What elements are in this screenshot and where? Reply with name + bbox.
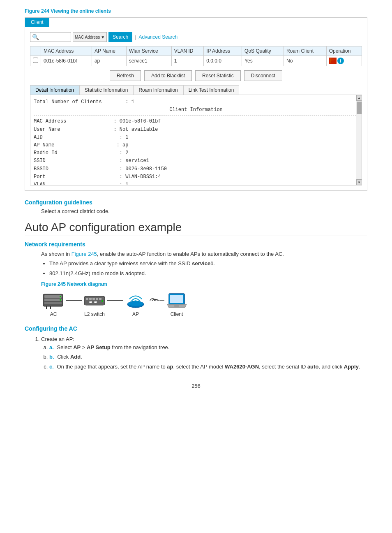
- config-guidelines-title: Configuration guidelines: [25, 199, 367, 206]
- device-ac-label: AC: [50, 311, 57, 317]
- figure244-caption: Figure 244 Viewing the online clients: [25, 8, 367, 14]
- separator: [34, 116, 358, 116]
- magnifier-icon: 🔍: [32, 34, 39, 40]
- network-diagram: AC ⇄ ⇄: [41, 291, 367, 317]
- figure245-caption: Figure 245 Network diagram: [41, 281, 367, 287]
- ac-icon: [41, 291, 66, 310]
- client-icon: [164, 291, 189, 310]
- svg-rect-4: [44, 295, 62, 298]
- total-clients-line: Total Number of Clients : 1: [34, 98, 358, 106]
- add-to-blacklist-button[interactable]: Add to Blacklist: [144, 70, 192, 81]
- col-ap-name: AP Name: [92, 46, 126, 56]
- scroll-up-arrow[interactable]: ▲: [356, 95, 362, 101]
- device-l2-switch-label: L2 switch: [84, 311, 105, 317]
- flag-icon[interactable]: [329, 58, 337, 64]
- substep-c-label: c.: [49, 364, 54, 370]
- search-button[interactable]: Search: [108, 32, 132, 42]
- field-aid: AID : 1: [34, 134, 358, 141]
- info-icon[interactable]: i: [337, 58, 344, 64]
- col-wlan-service: Wlan Service: [127, 46, 172, 56]
- step-1-text: Create an AP:: [41, 336, 74, 342]
- row-wlan-service: service1: [127, 56, 172, 66]
- section-heading: Auto AP configuration example: [25, 221, 367, 236]
- svg-rect-15: [96, 298, 98, 300]
- tab-roam-information[interactable]: Roam Information: [133, 85, 183, 95]
- search-input-box[interactable]: 🔍: [30, 32, 71, 42]
- step-1-substeps: a. Select AP > AP Setup from the navigat…: [49, 343, 367, 371]
- reset-statistic-button[interactable]: Reset Statistic: [195, 70, 241, 81]
- svg-rect-25: [174, 305, 179, 307]
- field-ssid: SSID : service1: [34, 157, 358, 165]
- svg-point-7: [60, 296, 61, 297]
- row-qos-quality: Yes: [242, 56, 284, 66]
- client-info-title: Client Information: [34, 106, 358, 114]
- divider: |: [135, 34, 136, 40]
- row-ap-name: ap: [92, 56, 126, 66]
- substep-a-label: a.: [49, 344, 54, 350]
- svg-rect-14: [92, 298, 95, 300]
- tab-detail-information[interactable]: Detail Information: [30, 85, 79, 95]
- row-ip-address: 0.0.0.0: [204, 56, 242, 66]
- client-tab[interactable]: Client: [25, 18, 49, 27]
- svg-text:⇄: ⇄: [89, 300, 92, 304]
- info-tabs: Detail Information Statistic Information…: [30, 85, 362, 95]
- figure245-link[interactable]: Figure 245: [71, 251, 97, 257]
- col-qos-quality: QoS Quality: [242, 46, 284, 56]
- field-mac-address: MAC Address : 001e-58f6-01bf: [34, 118, 358, 125]
- mac-address-dropdown[interactable]: MAC Address ▼: [73, 32, 107, 42]
- field-radio-id: Radio Id : 2: [34, 149, 358, 157]
- configuring-ac-steps: Create an AP: a. Select AP > AP Setup fr…: [41, 335, 367, 371]
- ap-icon: [123, 291, 148, 310]
- client-panel: Client 🔍 MAC Address ▼ Search | Advanced…: [25, 17, 367, 191]
- network-requirements-title: Network requirements: [25, 241, 367, 248]
- config-guidelines-text: Select a correct district code.: [41, 208, 367, 214]
- page-number: 256: [25, 383, 367, 389]
- action-buttons-row: Refresh Add to Blacklist Reset Statistic…: [30, 70, 362, 81]
- field-port: Port : WLAN-DBSS1:4: [34, 173, 358, 181]
- step-1: Create an AP: a. Select AP > AP Setup fr…: [41, 335, 367, 371]
- svg-point-17: [101, 300, 103, 302]
- scroll-down-arrow[interactable]: ▼: [356, 179, 362, 185]
- col-vlan-id: VLAN ID: [171, 46, 203, 56]
- svg-text:⇄: ⇄: [94, 300, 97, 304]
- svg-rect-6: [44, 302, 62, 304]
- col-ip-address: IP Address: [204, 46, 242, 56]
- device-ac: AC: [41, 291, 66, 317]
- tab-link-test-information[interactable]: Link Test Information: [183, 85, 240, 95]
- substep-a: a. Select AP > AP Setup from the navigat…: [49, 343, 367, 352]
- svg-rect-12: [86, 298, 88, 300]
- network-requirements-intro: As shown in Figure 245, enable the auto-…: [41, 251, 367, 257]
- l2-switch-icon: ⇄ ⇄: [82, 291, 107, 310]
- dropdown-label: MAC Address: [75, 35, 100, 39]
- operation-icons: i: [329, 58, 359, 64]
- col-operation: Operation: [326, 46, 362, 56]
- svg-rect-24: [170, 295, 183, 303]
- svg-rect-16: [99, 298, 101, 300]
- wireless-signal: [148, 294, 164, 307]
- client-body: 🔍 MAC Address ▼ Search | Advanced Search…: [25, 27, 367, 190]
- scrollbar-track[interactable]: ▲ ▼: [356, 95, 362, 185]
- field-ap-name: AP Name : ap: [34, 141, 358, 149]
- row-operation: i: [326, 56, 362, 66]
- advanced-search-link[interactable]: Advanced Search: [138, 34, 178, 40]
- tab-statistic-information[interactable]: Statistic Information: [79, 85, 133, 95]
- col-checkbox: [30, 46, 41, 56]
- circle-icon-label: i: [340, 58, 341, 63]
- search-row: 🔍 MAC Address ▼ Search | Advanced Search: [30, 32, 362, 42]
- configuring-ac-title: Configuring the AC: [25, 325, 367, 332]
- row-roam-client: No: [284, 56, 327, 66]
- dropdown-arrow-icon: ▼: [101, 35, 105, 39]
- svg-rect-13: [89, 298, 92, 300]
- scroll-thumb[interactable]: [357, 102, 362, 114]
- table-row: 001e-58f6-01bf ap service1 1 0.0.0.0 Yes…: [30, 56, 362, 66]
- svg-rect-5: [44, 299, 62, 301]
- device-ap-label: AP: [132, 311, 139, 317]
- svg-point-8: [60, 299, 61, 301]
- field-user-name: User Name : Not available: [34, 126, 358, 134]
- device-client: Client: [164, 291, 189, 317]
- disconnect-button[interactable]: Disconnect: [244, 70, 282, 81]
- row-checkbox[interactable]: [33, 58, 38, 63]
- row-checkbox-cell[interactable]: [30, 56, 41, 66]
- substep-c: c. On the page that appears, set the AP …: [49, 363, 367, 371]
- refresh-button[interactable]: Refresh: [110, 70, 141, 81]
